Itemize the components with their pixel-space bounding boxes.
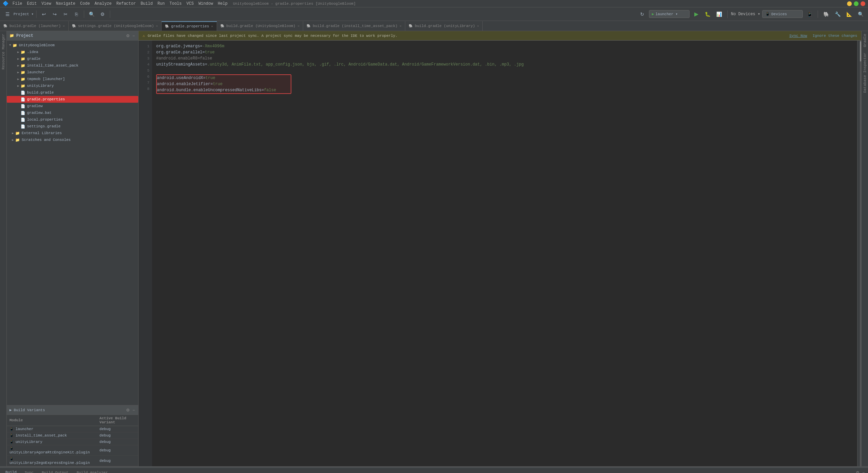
bv-variant-0[interactable]: debug — [97, 426, 138, 432]
tree-item-2[interactable]: ▶📁install_time_asset_pack — [7, 62, 138, 69]
minimize-button[interactable] — [847, 1, 852, 6]
tree-item-5[interactable]: ▶📁unityLibrary — [7, 82, 138, 89]
tree-label-10: local.properties — [27, 118, 63, 122]
menu-item-analyze[interactable]: Analyze — [93, 1, 114, 7]
cut-button[interactable]: ✂ — [61, 9, 70, 19]
bottom-settings-btn[interactable]: ⚙ — [855, 470, 860, 473]
hamburger-button[interactable]: ☰ — [3, 9, 12, 19]
tree-item-3[interactable]: ▶📁launcher — [7, 69, 138, 76]
tree-item-9[interactable]: 📄gradlew.bat — [7, 109, 138, 116]
notification-bar: ⚠ Gradle files have changed since last p… — [139, 31, 861, 41]
tab-4[interactable]: 🐘build.gradle (install_time_asset_pack)✕ — [303, 21, 405, 31]
sync-now-link[interactable]: Sync Now — [789, 34, 807, 38]
layout-btn[interactable]: 📐 — [844, 9, 854, 19]
bv-module-2: 📱 unityLibrary — [7, 439, 97, 445]
debug-button[interactable]: 🐛 — [703, 9, 713, 19]
tab-0[interactable]: 🐘build.gradle (launcher)✕ — [0, 21, 69, 31]
menu-item-navigate[interactable]: Navigate — [54, 1, 77, 7]
ignore-changes-link[interactable]: Ignore these changes — [813, 34, 857, 38]
scrollbar-thumb[interactable] — [860, 41, 861, 61]
tab-1[interactable]: 🐘settings.gradle (UnityGoogleBloom)✕ — [69, 21, 162, 31]
bv-row-2[interactable]: 📱 unityLibrarydebug — [7, 439, 138, 445]
bottom-tab-2[interactable]: Build Output — [38, 468, 72, 473]
search-everywhere[interactable]: 🔍 — [856, 9, 865, 19]
tab-3[interactable]: 🐘build.gradle (UnityGoogleBloom)✕ — [217, 21, 304, 31]
copy-button[interactable]: ⎘ — [72, 9, 81, 19]
project-minimize-btn[interactable]: − — [132, 33, 136, 39]
database-inspector-label[interactable]: Database Inspector — [862, 50, 868, 96]
tree-item-10[interactable]: 📄local.properties — [7, 116, 138, 123]
bv-settings-btn[interactable]: ⚙ — [125, 407, 130, 413]
run-config-selector[interactable]: ▶ launcher ▾ — [649, 10, 690, 18]
toolbar-separator-5 — [818, 10, 818, 18]
code-content[interactable]: org.gradle.jvmargs=-Xmx4096morg.gradle.p… — [152, 41, 857, 466]
resource-manager-label[interactable]: Resource Manager — [0, 31, 7, 72]
menu-item-window[interactable]: Window — [196, 1, 215, 7]
tab-close-4[interactable]: ✕ — [400, 24, 402, 28]
tree-item-11[interactable]: 📄settings.gradle — [7, 123, 138, 130]
tab-close-2[interactable]: ✕ — [211, 24, 213, 28]
search-button[interactable]: 🔍 — [87, 9, 96, 19]
bottom-tab-1[interactable]: Sync — [21, 468, 38, 473]
sdk-button[interactable]: 🔧 — [833, 9, 842, 19]
menu-item-run[interactable]: Run — [155, 1, 167, 7]
tree-item-8[interactable]: 📄gradlew — [7, 103, 138, 109]
tree-item-7[interactable]: 📄gradle.properties — [7, 96, 138, 103]
tab-close-1[interactable]: ✕ — [156, 24, 158, 28]
bv-row-0[interactable]: 📱 launcherdebug — [7, 426, 138, 432]
device-selector[interactable]: 📱 Devices — [762, 10, 803, 18]
editor-scrollbar[interactable] — [857, 41, 861, 466]
undo-button[interactable]: ↩ — [39, 9, 49, 19]
redo-button[interactable]: ↪ — [50, 9, 59, 19]
tree-item-13[interactable]: ▶📁Scratches and Consoles — [7, 136, 138, 143]
tree-item-6[interactable]: 📄build.gradle — [7, 89, 138, 96]
tree-item-4[interactable]: ▶📁tmpmob [launcher] — [7, 76, 138, 82]
close-button[interactable] — [861, 1, 865, 6]
tree-item-1[interactable]: ▶📁gradle — [7, 55, 138, 62]
code-line-6: android.useAndroidX=true — [157, 75, 291, 81]
menu-item-build[interactable]: Build — [139, 1, 155, 7]
build-variants-header[interactable]: ▶ Build Variants ⚙ − — [7, 405, 138, 415]
menu-item-vcs[interactable]: VCS — [185, 1, 196, 7]
bottom-tab-3[interactable]: Build Analyzer — [73, 468, 112, 473]
tree-item-12[interactable]: ▶📁External Libraries — [7, 130, 138, 136]
code-line-8: android.bundle.enableUncompressedNativeL… — [157, 87, 291, 93]
tab-close-3[interactable]: ✕ — [297, 24, 299, 28]
menu-item-view[interactable]: View — [40, 1, 53, 7]
menu-item-refactor[interactable]: Refactor — [114, 1, 138, 7]
bv-variant-1[interactable]: debug — [97, 432, 138, 439]
bv-variant-3[interactable]: debug — [97, 445, 138, 456]
project-dropdown[interactable]: Project ▾ — [14, 12, 33, 16]
bv-row-3[interactable]: 📱 unityLibraryAgoraRtcEngineKit.pluginde… — [7, 445, 138, 456]
settings-button[interactable]: ⚙ — [98, 9, 107, 19]
tab-5[interactable]: 🐘build.gradle (unityLibrary)✕ — [405, 21, 483, 31]
menu-item-help[interactable]: Help — [216, 1, 230, 7]
bottom-tab-0[interactable]: Build — [1, 468, 21, 473]
tab-close-0[interactable]: ✕ — [63, 24, 65, 28]
tree-item-0[interactable]: ▶📁.idea — [7, 49, 138, 55]
tab-2[interactable]: 🐘gradle.properties✕ — [162, 21, 217, 31]
tree-file-icon-2: 📁 — [20, 63, 26, 68]
sync-button[interactable]: ↻ — [637, 9, 647, 19]
bv-minimize-btn[interactable]: − — [132, 407, 136, 413]
bv-row-4[interactable]: 📱 unityLibraryZegoExpressEngine.pluginde… — [7, 456, 138, 466]
tree-root[interactable]: ▼📁UnityGoogleBloom — [7, 42, 138, 49]
bv-row-1[interactable]: 📱 install_time_asset_packdebug — [7, 432, 138, 439]
gradle-label[interactable]: Gradle — [862, 31, 868, 50]
tab-close-5[interactable]: ✕ — [477, 24, 479, 28]
avd-button[interactable]: 📱 — [805, 9, 814, 19]
bv-variant-4[interactable]: debug — [97, 456, 138, 466]
run-button[interactable]: ▶ — [692, 9, 701, 19]
menu-item-file[interactable]: File — [10, 1, 24, 7]
project-settings-btn[interactable]: ⚙ — [125, 33, 130, 39]
maximize-button[interactable] — [854, 1, 859, 6]
line-number-5: 5 — [139, 68, 149, 74]
tree-file-icon-13: 📁 — [15, 137, 20, 143]
coverage-button[interactable]: 📊 — [715, 9, 724, 19]
menu-item-edit[interactable]: Edit — [25, 1, 39, 7]
bottom-minimize-btn[interactable]: − — [862, 470, 865, 473]
gradle-button[interactable]: 🐘 — [821, 9, 831, 19]
menu-item-code[interactable]: Code — [78, 1, 92, 7]
menu-item-tools[interactable]: Tools — [168, 1, 184, 7]
bv-variant-2[interactable]: debug — [97, 439, 138, 445]
